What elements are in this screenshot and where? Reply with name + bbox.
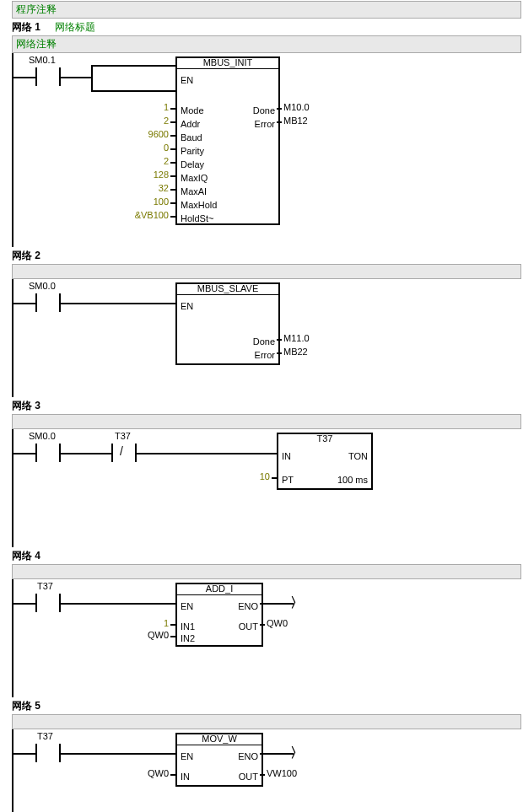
coil-terminator-icon-b: 〉 — [290, 745, 304, 762]
contact-t37-nc: T37 — [115, 431, 131, 441]
network-2-rung: SM0.0 MBUS_SLAVE EN Done Error M11.0 MB2… — [0, 279, 523, 397]
network-4-rung: T37 ADD_I EN ENO IN1 OUT IN2 1 QW0 〉 QW0 — [0, 579, 523, 697]
contact-t37: T37 — [37, 581, 53, 591]
network-5-header: 网络 5 — [12, 699, 521, 713]
network-3-header: 网络 3 — [12, 399, 521, 413]
network-1-comment: 网络注释 — [12, 35, 521, 53]
network-1-rung: SM0.1 MBUS_INIT EN Mode Addr Baud Parity… — [0, 53, 523, 247]
contact-sm0-0: SM0.0 — [29, 281, 56, 291]
network-1-header: 网络 1 网络标题 — [12, 20, 521, 35]
network-4-header: 网络 4 — [12, 549, 521, 563]
network-2-header: 网络 2 — [12, 249, 521, 263]
contact-sm0-0-b: SM0.0 — [29, 431, 56, 441]
contact-t37-b: T37 — [37, 731, 53, 741]
contact-sm0-1: SM0.1 — [29, 55, 56, 65]
program-comment-bar: 程序注释 — [12, 1, 521, 19]
block-timer-t37: T37 IN TON PT 100 ms — [277, 433, 373, 490]
network-3-comment — [12, 414, 521, 429]
network-5-comment — [12, 714, 521, 729]
nc-slash-icon: / — [120, 444, 123, 458]
network-5-rung: T37 MOV_W EN ENO IN OUT QW0 〉 VW100 — [0, 729, 523, 812]
network-4-comment — [12, 564, 521, 579]
block-mov-w: MOV_W EN ENO IN OUT — [175, 733, 263, 787]
block-mbus-slave: MBUS_SLAVE EN Done Error — [175, 282, 280, 365]
coil-terminator-icon: 〉 — [290, 594, 304, 612]
network-2-comment — [12, 264, 521, 279]
block-add-i: ADD_I EN ENO IN1 OUT IN2 — [175, 583, 263, 647]
block-mbus-init: MBUS_INIT EN Mode Addr Baud Parity Delay… — [175, 56, 280, 225]
network-3-rung: SM0.0 T37 / T37 IN TON PT 100 ms 10 — [0, 429, 523, 547]
